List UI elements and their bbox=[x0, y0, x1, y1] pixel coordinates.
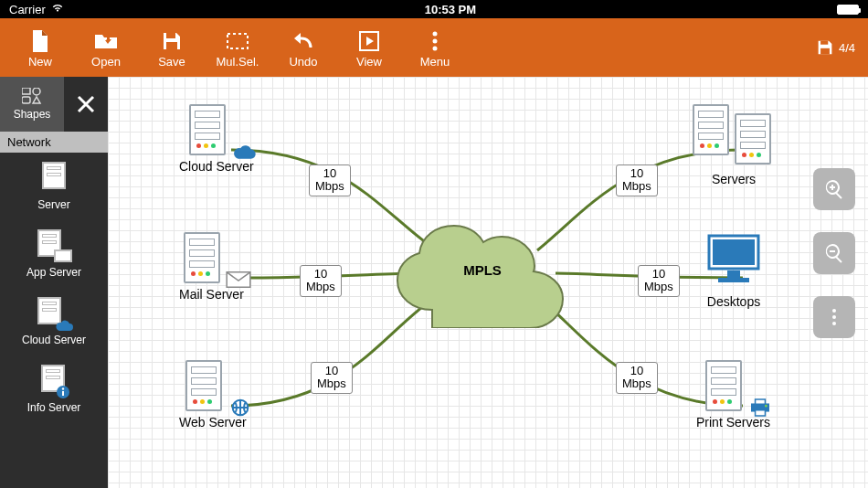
svg-rect-9 bbox=[22, 88, 30, 94]
svg-rect-2 bbox=[228, 34, 248, 48]
selection-icon bbox=[205, 27, 270, 55]
save-small-icon bbox=[817, 39, 833, 56]
cloud-icon bbox=[54, 319, 74, 332]
open-button[interactable]: Open bbox=[73, 27, 139, 69]
svg-point-26 bbox=[832, 315, 836, 319]
node-print-servers[interactable]: Print Servers bbox=[696, 360, 770, 430]
printer-icon bbox=[747, 398, 773, 417]
shapes-icon bbox=[22, 88, 42, 104]
mail-icon bbox=[226, 271, 251, 289]
link-label: 10Mbps bbox=[311, 362, 353, 394]
svg-rect-23 bbox=[756, 410, 766, 416]
main-toolbar: New Open Save Mul.Sel. Undo View Menu 4/… bbox=[0, 18, 868, 77]
save-icon bbox=[139, 27, 205, 55]
undo-icon bbox=[270, 27, 336, 55]
svg-point-27 bbox=[832, 322, 836, 325]
play-view-icon bbox=[336, 27, 402, 55]
svg-point-10 bbox=[33, 88, 40, 95]
zoom-in-icon bbox=[823, 178, 845, 200]
node-mail-server[interactable]: Mail Server bbox=[179, 232, 244, 302]
svg-point-25 bbox=[832, 309, 836, 313]
menu-button[interactable]: Menu bbox=[402, 27, 468, 69]
cloud-icon bbox=[231, 143, 257, 161]
node-desktops[interactable]: Desktops bbox=[704, 232, 764, 309]
close-icon bbox=[76, 94, 96, 114]
new-file-icon bbox=[7, 27, 73, 55]
save-button[interactable]: Save bbox=[139, 27, 205, 69]
svg-point-4 bbox=[433, 31, 438, 36]
link-label: 10Mbps bbox=[638, 265, 680, 297]
more-button[interactable] bbox=[813, 296, 855, 338]
shape-sidebar: Shapes Network Server App Server Cloud S… bbox=[0, 77, 108, 488]
svg-rect-0 bbox=[166, 33, 175, 38]
svg-point-5 bbox=[433, 38, 438, 43]
diagram-canvas[interactable]: Cloud Server Mail Server Web Server Serv… bbox=[108, 77, 868, 488]
status-bar: Carrier 10:53 PM bbox=[0, 0, 868, 18]
link-label: 10Mbps bbox=[616, 362, 658, 394]
page-indicator[interactable]: 4/4 bbox=[817, 39, 861, 56]
zoom-out-icon bbox=[823, 242, 845, 264]
palette-cloud-server[interactable]: Cloud Server bbox=[0, 288, 108, 355]
palette-server[interactable]: Server bbox=[0, 153, 108, 220]
svg-point-14 bbox=[62, 387, 64, 389]
svg-rect-7 bbox=[820, 41, 828, 45]
svg-rect-18 bbox=[713, 239, 755, 265]
link-label: 10Mbps bbox=[616, 164, 658, 196]
zoom-in-button[interactable] bbox=[813, 168, 855, 210]
info-icon bbox=[56, 385, 70, 399]
desktop-icon bbox=[704, 232, 764, 287]
svg-point-24 bbox=[765, 405, 767, 408]
node-mpls-cloud[interactable]: MPLS bbox=[391, 218, 574, 328]
zoom-out-button[interactable] bbox=[813, 232, 855, 274]
new-button[interactable]: New bbox=[7, 27, 73, 69]
floating-controls bbox=[813, 168, 855, 338]
wifi-icon bbox=[51, 2, 64, 17]
svg-rect-20 bbox=[718, 278, 749, 282]
link-label: 10Mbps bbox=[309, 164, 351, 196]
svg-point-6 bbox=[433, 46, 438, 50]
kebab-icon bbox=[823, 306, 845, 328]
node-servers[interactable]: Servers bbox=[693, 104, 775, 186]
close-sidebar-button[interactable] bbox=[64, 77, 108, 132]
palette-info-server[interactable]: Info Server bbox=[0, 355, 108, 423]
kebab-icon bbox=[402, 27, 468, 55]
node-cloud-server[interactable]: Cloud Server bbox=[179, 104, 254, 174]
svg-rect-19 bbox=[727, 271, 740, 278]
clock: 10:53 PM bbox=[425, 3, 476, 16]
shapes-tab[interactable]: Shapes bbox=[0, 77, 64, 132]
carrier-label: Carrier bbox=[9, 3, 46, 16]
undo-button[interactable]: Undo bbox=[270, 27, 336, 69]
globe-icon bbox=[228, 398, 253, 417]
svg-rect-22 bbox=[756, 399, 766, 404]
multiselect-button[interactable]: Mul.Sel. bbox=[205, 27, 270, 69]
link-label: 10Mbps bbox=[300, 265, 342, 297]
category-header[interactable]: Network bbox=[0, 132, 108, 153]
palette-app-server[interactable]: App Server bbox=[0, 220, 108, 288]
view-button[interactable]: View bbox=[336, 27, 402, 69]
battery-icon bbox=[837, 5, 859, 15]
svg-rect-1 bbox=[166, 42, 177, 49]
open-folder-icon bbox=[73, 27, 139, 55]
svg-rect-11 bbox=[22, 97, 30, 103]
svg-rect-13 bbox=[62, 391, 64, 396]
svg-rect-8 bbox=[820, 48, 830, 55]
node-web-server[interactable]: Web Server bbox=[179, 360, 247, 430]
